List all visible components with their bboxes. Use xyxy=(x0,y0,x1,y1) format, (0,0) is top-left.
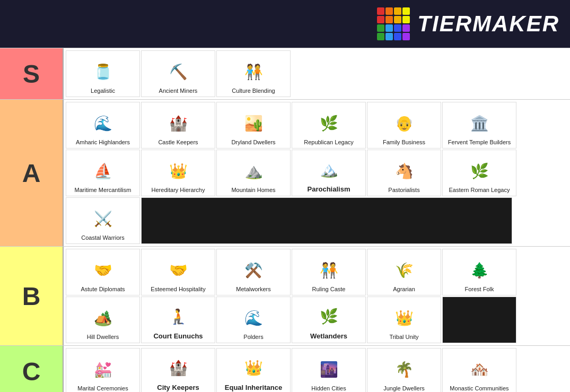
item-label-culture-blending: Culture Blending xyxy=(232,88,275,94)
item-label-forest-folk: Forest Folk xyxy=(464,286,494,293)
item-icon-forest-folk: 🌲 xyxy=(461,256,498,285)
item-label-ruling-caste: Ruling Caste xyxy=(312,286,346,293)
tier-item-city-keepers[interactable]: 🏰City Keepers xyxy=(141,348,215,392)
tier-item-court-eunuchs[interactable]: 🧎Court Eunuchs xyxy=(141,297,215,343)
item-icon-ancient-miners: ⛏️ xyxy=(160,57,197,86)
tier-item-republican-legacy[interactable]: 🌿Republican Legacy xyxy=(292,102,366,149)
item-label-city-keepers: City Keepers xyxy=(157,384,199,392)
tier-item-polders[interactable]: 🌊Polders xyxy=(216,297,291,343)
item-icon-parochialism: 🏔️ xyxy=(310,155,347,184)
item-icon-eastern-roman-legacy: 🌿 xyxy=(461,156,498,186)
item-label-amharic-highlanders: Amharic Highlanders xyxy=(76,139,130,146)
item-label-parochialism: Parochialism xyxy=(308,185,350,194)
tier-row-a: A🌊Amharic Highlanders🏰Castle Keepers🏜️Dr… xyxy=(0,99,570,246)
tier-items-s: 🫙Legalistic⛏️Ancient Miners🧑‍🤝‍🧑Culture … xyxy=(64,48,570,99)
item-label-coastal-warriors: Coastal Warriors xyxy=(81,234,125,241)
tier-item-wetlanders[interactable]: 🌿Wetlanders xyxy=(292,297,366,343)
item-label-republican-legacy: Republican Legacy xyxy=(304,139,354,146)
tier-label-b: B xyxy=(0,247,64,345)
logo-cell xyxy=(394,16,401,23)
item-icon-dryland-dwellers: 🏜️ xyxy=(235,109,272,138)
item-icon-ruling-caste: 🧑‍🤝‍🧑 xyxy=(310,256,347,285)
tier-items-b: 🤝Astute Diplomats🤝Esteemed Hospitality⚒️… xyxy=(64,247,570,345)
item-icon-city-keepers: 🏰 xyxy=(160,353,197,382)
item-label-family-business: Family Business xyxy=(383,139,425,146)
item-icon-hill-dwellers: 🏕️ xyxy=(84,303,121,333)
item-label-metalworkers: Metalworkers xyxy=(236,286,270,293)
logo-cell xyxy=(377,16,384,23)
tiermaker-app: TiERMaKeR S🫙Legalistic⛏️Ancient Miners🧑‍… xyxy=(0,0,570,392)
tier-item-esteemed-hospitality[interactable]: 🤝Esteemed Hospitality xyxy=(141,249,215,295)
tier-item-hereditary-hierarchy[interactable]: 👑Hereditary Hierarchy xyxy=(141,150,215,196)
tier-item-family-business[interactable]: 👴Family Business xyxy=(367,102,441,149)
tier-item-parochialism[interactable]: 🏔️Parochialism xyxy=(292,150,366,196)
item-label-polders: Polders xyxy=(243,334,263,341)
logo-cell xyxy=(394,24,401,32)
tier-item-monastic-communities[interactable]: 🏘️Monastic Communities xyxy=(442,348,516,392)
tier-item-mountain-homes[interactable]: ⛰️Mountain Homes xyxy=(216,150,291,196)
tier-item-amharic-highlanders[interactable]: 🌊Amharic Highlanders xyxy=(66,102,140,149)
tier-items-c: 💒Marital Ceremonies🏰City Keepers👑Equal I… xyxy=(64,346,570,392)
tier-item-hidden-cities[interactable]: 🌆Hidden Cities xyxy=(292,348,366,392)
logo-cell xyxy=(402,16,410,23)
item-label-monastic-communities: Monastic Communities xyxy=(450,385,508,392)
item-icon-maritime-mercantilism: ⛵ xyxy=(84,156,121,186)
tier-item-culture-blending[interactable]: 🧑‍🤝‍🧑Culture Blending xyxy=(216,50,291,97)
item-icon-polders: 🌊 xyxy=(235,303,272,333)
logo-cell xyxy=(385,24,393,32)
tiers-container: S🫙Legalistic⛏️Ancient Miners🧑‍🤝‍🧑Culture… xyxy=(0,48,570,392)
logo-cell xyxy=(394,7,401,15)
logo-cell xyxy=(394,33,401,40)
tier-item-agrarian[interactable]: 🌾Agrarian xyxy=(367,249,441,295)
tier-item-maritime-mercantilism[interactable]: ⛵Maritime Mercantilism xyxy=(66,150,140,196)
item-icon-agrarian: 🌾 xyxy=(385,256,423,285)
item-icon-marital-ceremonies: 💒 xyxy=(84,355,121,384)
item-icon-wetlanders: 🌿 xyxy=(310,302,347,331)
item-label-equal-inheritance: Equal Inheritance xyxy=(225,384,282,392)
item-icon-legalistic: 🫙 xyxy=(84,57,121,86)
tier-item-dryland-dwellers[interactable]: 🏜️Dryland Dwellers xyxy=(216,102,291,149)
logo-cell xyxy=(385,16,393,23)
tier-item-jungle-dwellers[interactable]: 🌴Jungle Dwellers xyxy=(367,348,441,392)
tier-item-metalworkers[interactable]: ⚒️Metalworkers xyxy=(216,249,291,295)
tier-label-a: A xyxy=(0,100,64,246)
tier-item-castle-keepers[interactable]: 🏰Castle Keepers xyxy=(141,102,215,149)
logo-cell xyxy=(377,33,384,40)
tier-item-fervent-temple-builders[interactable]: 🏛️Fervent Temple Builders xyxy=(442,102,516,149)
item-label-wetlanders: Wetlanders xyxy=(310,332,347,341)
logo-er: ER xyxy=(440,11,472,36)
item-label-tribal-unity: Tribal Unity xyxy=(389,334,418,341)
item-label-eastern-roman-legacy: Eastern Roman Legacy xyxy=(449,187,510,194)
item-icon-republican-legacy: 🌿 xyxy=(310,109,347,138)
item-label-jungle-dwellers: Jungle Dwellers xyxy=(383,385,425,392)
item-icon-coastal-warriors: ⚔️ xyxy=(84,204,121,233)
logo-i: i xyxy=(432,11,440,36)
tier-item-pastorialists[interactable]: 🐴Pastorialists xyxy=(367,150,441,196)
item-label-hill-dwellers: Hill Dwellers xyxy=(87,334,119,341)
tier-item-astute-diplomats[interactable]: 🤝Astute Diplomats xyxy=(66,249,140,295)
tier-item-tribal-unity[interactable]: 👑Tribal Unity xyxy=(367,297,441,343)
item-label-ancient-miners: Ancient Miners xyxy=(159,88,198,94)
tier-row-c: C💒Marital Ceremonies🏰City Keepers👑Equal … xyxy=(0,345,570,392)
logo-tier: T xyxy=(417,11,432,36)
tier-item-ancient-miners[interactable]: ⛏️Ancient Miners xyxy=(141,50,215,97)
item-label-court-eunuchs: Court Eunuchs xyxy=(153,332,203,341)
tier-item-legalistic[interactable]: 🫙Legalistic xyxy=(66,50,140,97)
item-label-castle-keepers: Castle Keepers xyxy=(158,139,198,146)
logo-container: TiERMaKeR xyxy=(377,7,559,40)
tier-item-eastern-roman-legacy[interactable]: 🌿Eastern Roman Legacy xyxy=(442,150,516,196)
tier-item-marital-ceremonies[interactable]: 💒Marital Ceremonies xyxy=(66,348,140,392)
tier-item-equal-inheritance[interactable]: 👑Equal Inheritance xyxy=(216,348,291,392)
logo-cell xyxy=(402,33,410,40)
tier-row-s: S🫙Legalistic⛏️Ancient Miners🧑‍🤝‍🧑Culture… xyxy=(0,48,570,99)
tier-item-forest-folk[interactable]: 🌲Forest Folk xyxy=(442,249,516,295)
tier-row-b: B🤝Astute Diplomats🤝Esteemed Hospitality⚒… xyxy=(0,246,570,345)
item-label-mountain-homes: Mountain Homes xyxy=(231,187,275,194)
tier-item-coastal-warriors[interactable]: ⚔️Coastal Warriors xyxy=(66,197,140,244)
item-icon-tribal-unity: 👑 xyxy=(385,303,423,333)
dark-filler-b xyxy=(442,297,516,343)
tier-item-hill-dwellers[interactable]: 🏕️Hill Dwellers xyxy=(66,297,140,343)
tier-item-ruling-caste[interactable]: 🧑‍🤝‍🧑Ruling Caste xyxy=(292,249,366,295)
header: TiERMaKeR xyxy=(0,0,570,48)
item-icon-astute-diplomats: 🤝 xyxy=(84,256,121,285)
